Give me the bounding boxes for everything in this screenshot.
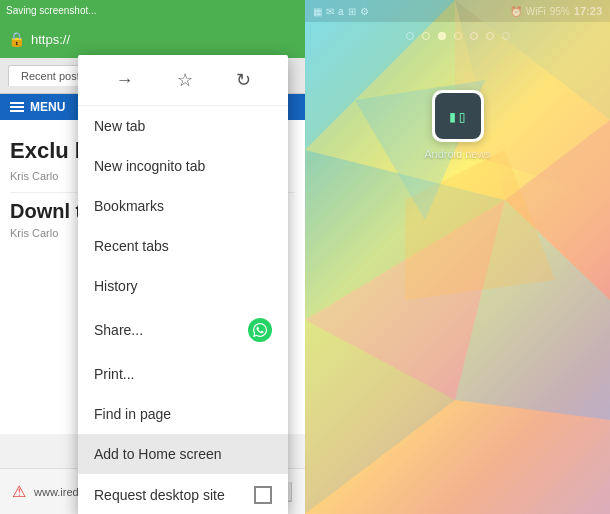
address-text: https:// <box>31 32 297 47</box>
menu-item-request-desktop[interactable]: Request desktop site <box>78 474 288 514</box>
menu-item-new-tab[interactable]: New tab <box>78 106 288 146</box>
forward-icon[interactable]: → <box>108 66 142 95</box>
saving-screenshot-text: Saving screenshot... <box>6 5 97 16</box>
menu-item-bookmarks[interactable]: Bookmarks <box>78 186 288 226</box>
warning-icon: ⚠ <box>12 482 26 501</box>
context-menu: → ☆ ↻ New tab New incognito tab Bookmark… <box>78 55 288 514</box>
android-news-icon-image: ▮▯ <box>432 90 484 142</box>
browser-status-bar: Saving screenshot... <box>0 0 305 20</box>
android-news-icon-inner: ▮▯ <box>435 93 481 139</box>
refresh-icon[interactable]: ↻ <box>228 65 259 95</box>
menu-item-add-to-home[interactable]: Add to Home screen <box>78 434 288 474</box>
star-icon[interactable]: ☆ <box>169 65 201 95</box>
lock-icon: 🔒 <box>8 31 25 47</box>
android-panel: ▦ ✉ a ⊞ ⚙ ⏰ WiFi 95% 17:23 ▮▯ <box>305 0 610 514</box>
dropdown-header: → ☆ ↻ <box>78 55 288 106</box>
menu-item-find-in-page[interactable]: Find in page <box>78 394 288 434</box>
menu-item-recent-tabs[interactable]: Recent tabs <box>78 226 288 266</box>
menu-item-share[interactable]: Share... <box>78 306 288 354</box>
whatsapp-share-icon <box>248 318 272 342</box>
hamburger-icon <box>10 102 24 112</box>
menu-item-history[interactable]: History <box>78 266 288 306</box>
address-bar[interactable]: 🔒 https:// <box>0 20 305 58</box>
menu-item-new-incognito-tab[interactable]: New incognito tab <box>78 146 288 186</box>
menu-label: MENU <box>30 100 65 114</box>
menu-item-print[interactable]: Print... <box>78 354 288 394</box>
terminal-icon: ▮▯ <box>448 107 467 126</box>
request-desktop-checkbox[interactable] <box>254 486 272 504</box>
